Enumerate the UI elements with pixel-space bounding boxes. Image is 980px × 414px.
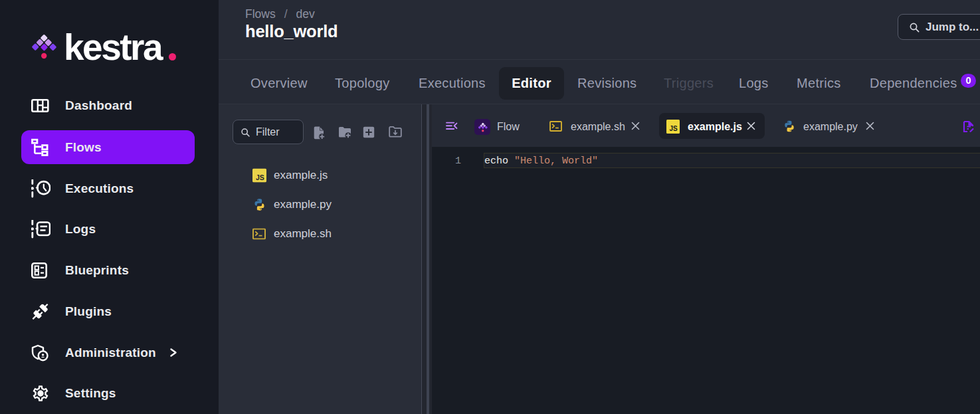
svg-text:JS: JS (256, 173, 264, 181)
svg-text:JS: JS (670, 125, 678, 132)
